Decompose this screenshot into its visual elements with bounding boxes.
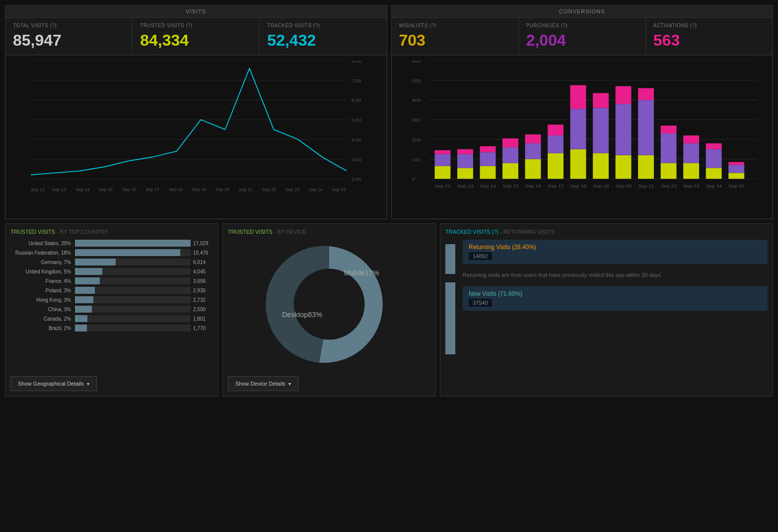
activations-label: ACTIVATIONS (?) (653, 23, 765, 28)
device-panel-title: TRUSTED VISITS - BY DEVICE (228, 229, 430, 235)
country-bar-fill (75, 259, 116, 266)
country-bar-track (75, 325, 191, 332)
activations-box: ACTIVATIONS (?) 563 (646, 18, 773, 55)
chevron-down-icon: ▾ (87, 381, 89, 387)
wishlists-box: WISHLISTS (?) 703 (392, 18, 519, 55)
svg-text:2,000: 2,000 (352, 177, 361, 182)
svg-rect-45 (457, 168, 473, 179)
svg-text:500: 500 (412, 78, 421, 83)
country-value: 3,656 (193, 278, 213, 284)
country-bar-track (75, 249, 191, 256)
bar-chart: 0 100 200 300 400 500 600 (392, 55, 773, 219)
tracked-visits-box: TRACKED VISITS (?) 52,432 (260, 18, 386, 55)
svg-text:7,000: 7,000 (352, 78, 361, 83)
svg-rect-53 (502, 138, 518, 147)
svg-text:Sep 22: Sep 22 (262, 187, 276, 192)
svg-rect-60 (570, 149, 586, 179)
returning-title-highlight: TRACKED VISITS (?) (445, 229, 498, 235)
country-value: 6,014 (193, 260, 213, 265)
show-geographical-label: Show Geographical Details (18, 381, 84, 387)
svg-point-98 (294, 269, 365, 340)
show-device-details-button[interactable]: Show Device Details ▾ (228, 376, 298, 391)
total-visits-value: 85,947 (13, 31, 125, 50)
country-bar-row: Germany, 7%6,014 (10, 259, 213, 266)
svg-text:0: 0 (412, 177, 415, 182)
svg-text:Sep 24: Sep 24 (309, 187, 323, 192)
country-value: 1,770 (193, 326, 213, 331)
country-bar-fill (75, 277, 100, 284)
svg-text:3,000: 3,000 (352, 157, 361, 162)
svg-text:8,000: 8,000 (352, 61, 361, 64)
svg-rect-54 (525, 159, 541, 179)
returning-description: Returning visits are from users that hav… (463, 267, 768, 283)
country-bar-row: Poland, 3%2,930 (10, 287, 213, 294)
returning-panel-title: TRACKED VISITS (?) - RETURNING VISITS (445, 229, 768, 235)
trusted-visits-box: TRUSTED VISITS (?) 84,334 (133, 18, 260, 55)
country-bar-row: China, 3%2,500 (10, 306, 213, 313)
country-label: China, 3% (10, 307, 75, 312)
svg-text:Sep 15: Sep 15 (99, 187, 113, 192)
svg-text:Sep 21: Sep 21 (638, 184, 654, 189)
country-bar-list: United States, 20%17,029Russian Federati… (10, 240, 213, 332)
line-chart: 2,000 3,000 4,000 5,000 6,000 7,000 8,00… (5, 55, 387, 219)
country-label: Canada, 2% (10, 316, 75, 322)
wishlists-label: WISHLISTS (?) (399, 23, 511, 28)
country-bar-row: United Kingdom, 5%4,045 (10, 268, 213, 275)
svg-text:200: 200 (412, 137, 421, 142)
svg-text:Sep 17: Sep 17 (145, 187, 159, 192)
svg-rect-81 (728, 173, 744, 179)
show-geographical-details-button[interactable]: Show Geographical Details ▾ (10, 376, 97, 391)
country-bar-track (75, 268, 191, 275)
country-bar-track (75, 296, 191, 303)
tracked-visits-label: TRACKED VISITS (?) (267, 23, 379, 28)
svg-text:Sep 25: Sep 25 (728, 184, 744, 189)
country-bar-row: Hong Kong, 3%2,732 (10, 296, 213, 303)
svg-text:Sep 18: Sep 18 (570, 184, 586, 189)
country-title-rest: - BY TOP COUNTRY (55, 229, 108, 235)
device-chevron-icon: ▾ (288, 381, 291, 387)
svg-text:Sep 16: Sep 16 (525, 184, 541, 189)
svg-rect-78 (706, 168, 721, 179)
svg-rect-66 (615, 155, 631, 179)
country-bar-track (75, 306, 191, 313)
svg-rect-83 (728, 162, 744, 165)
country-bar-fill (75, 296, 93, 303)
svg-text:Sep 25: Sep 25 (332, 187, 346, 192)
country-value: 2,732 (193, 297, 213, 303)
country-bar-fill (75, 249, 180, 256)
svg-text:Desktop83%: Desktop83% (282, 311, 322, 319)
svg-text:5,000: 5,000 (352, 118, 361, 123)
svg-rect-72 (660, 163, 676, 179)
svg-text:Sep 24: Sep 24 (706, 184, 722, 189)
country-bar-row: United States, 20%17,029 (10, 240, 213, 247)
country-value: 17,029 (193, 241, 213, 246)
svg-text:Sep 23: Sep 23 (683, 184, 699, 189)
new-visits-count: 37540 (469, 299, 492, 307)
svg-text:Sep 19: Sep 19 (192, 187, 206, 192)
svg-rect-43 (434, 154, 450, 166)
svg-rect-61 (570, 109, 586, 149)
device-title-highlight: TRUSTED VISITS (228, 229, 273, 235)
svg-text:400: 400 (412, 98, 421, 103)
country-title-highlight: TRUSTED VISITS (10, 229, 55, 235)
pie-chart: Desktop83% Mobile17% (228, 240, 430, 369)
country-bar-row: France, 4%3,656 (10, 277, 213, 284)
country-bar-fill (75, 268, 102, 275)
purchases-label: PURCHASES (?) (526, 23, 638, 28)
svg-text:Sep 17: Sep 17 (548, 184, 564, 189)
country-bar-track (75, 277, 191, 284)
visits-title: VISITS (186, 8, 206, 14)
activations-value: 563 (653, 31, 765, 50)
svg-text:Mobile17%: Mobile17% (344, 269, 379, 277)
svg-text:600: 600 (412, 61, 421, 64)
svg-text:Sep 12: Sep 12 (434, 184, 450, 189)
svg-rect-57 (548, 153, 564, 179)
svg-rect-59 (548, 125, 564, 135)
country-value: 2,930 (193, 288, 213, 293)
country-label: Poland, 3% (10, 288, 75, 293)
country-bar-fill (75, 315, 87, 322)
new-visits-label: New Visits (71.60%) (469, 290, 762, 297)
svg-text:Sep 13: Sep 13 (457, 184, 473, 189)
country-panel: TRUSTED VISITS - BY TOP COUNTRY United S… (5, 223, 218, 397)
svg-text:Sep 14: Sep 14 (75, 187, 89, 192)
